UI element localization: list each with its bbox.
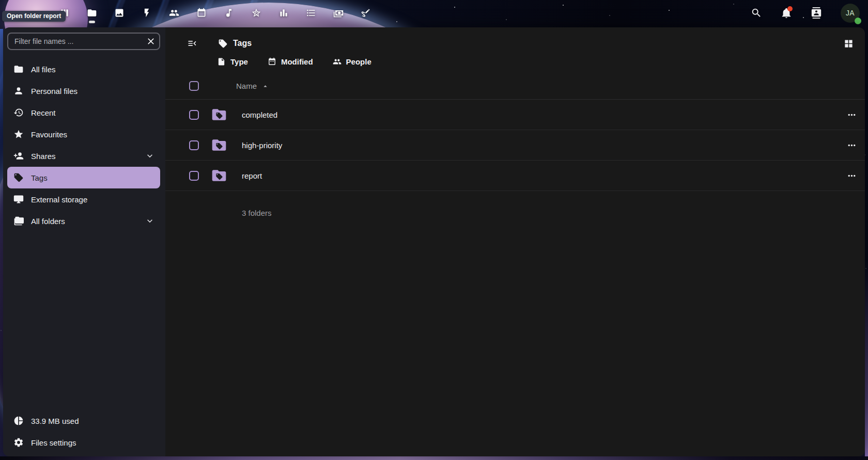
storage-pie-icon [13,416,24,426]
filter-chip-type[interactable]: Type [217,57,248,66]
tooltip: Open folder report [2,11,66,22]
sidebar-item-label: Personal files [31,87,78,96]
app-content: All files Personal files Recent Favourit… [3,27,865,456]
table-header: Name [165,72,865,100]
online-status-dot [855,18,861,24]
recent-clock-icon [13,107,24,118]
people-icon [333,57,342,66]
sidebar-item-external-storage[interactable]: External storage [7,188,160,210]
sidebar-footer: 33.9 MB used Files settings [3,410,165,454]
top-bar: C JA [0,0,868,26]
sidebar-item-shares[interactable]: Shares [7,145,160,167]
file-name-link[interactable]: completed [242,110,277,119]
app-menu: C [59,8,371,18]
select-all-checkbox[interactable] [189,81,199,91]
notification-badge [787,6,793,11]
sidebar-item-label: All files [31,65,56,74]
sidebar-navigation: All files Personal files Recent Favourit… [3,58,165,232]
tasks-icon[interactable] [306,8,316,18]
files-main: Tags Type Modified People Name [165,27,865,456]
tag-folder-icon [210,106,228,123]
sidebar-item-personal-files[interactable]: Personal files [7,80,160,102]
calendar-icon [268,57,276,66]
recognize-icon[interactable]: C [251,8,261,18]
avatar-initials: JA [846,9,855,17]
close-icon[interactable] [146,36,156,46]
filter-files-input[interactable] [7,33,160,50]
column-name-label: Name [236,82,257,90]
right-edge-glow [865,260,868,456]
sidebar-item-label: All folders [31,217,65,226]
tag-folder-icon [210,167,228,184]
sidebar-item-label: Shares [31,152,56,161]
tag-folder-icon [210,137,228,153]
file-name-link[interactable]: report [242,171,262,180]
storage-usage-label: 33.9 MB used [31,417,79,425]
analytics-icon[interactable] [278,8,289,18]
sidebar-item-recent[interactable]: Recent [7,102,160,123]
sidebar-item-label: Favourites [31,130,67,139]
photos-icon[interactable] [114,8,125,18]
share-person-icon [13,151,24,161]
page-title: Tags [233,39,252,48]
files-settings-button[interactable]: Files settings [7,432,160,453]
filter-chip-modified[interactable]: Modified [268,57,313,66]
sidebar-item-all-folders[interactable]: All folders [7,210,160,232]
person-icon [13,86,24,96]
chevron-down-icon[interactable] [145,216,155,226]
contacts-menu-icon[interactable] [811,7,822,19]
table-row[interactable]: high-priority [165,130,865,161]
row-checkbox[interactable] [189,140,199,150]
sidebar-item-all-files[interactable]: All files [7,58,160,80]
tag-icon [218,39,228,49]
breadcrumb[interactable]: Tags [218,39,252,49]
folder-count-summary: 3 folders [165,191,865,217]
top-bar-right: JA [751,4,860,23]
music-icon[interactable] [224,8,234,18]
table-row[interactable]: report [165,161,865,191]
svg-text:C: C [255,11,258,15]
contacts-icon[interactable] [169,8,179,18]
search-icon[interactable] [751,7,762,19]
row-actions-menu-icon[interactable] [842,136,861,154]
tag-icon [13,172,24,183]
sidebar-item-label: Tags [31,173,48,182]
sidebar-item-label: Recent [31,108,56,117]
sidebar-item-label: External storage [31,195,87,204]
files-sidebar: All files Personal files Recent Favourit… [3,27,165,456]
row-actions-menu-icon[interactable] [842,105,861,124]
filter-chips: Type Modified People [165,56,865,72]
filter-chip-label: Type [230,57,248,66]
folders-icon [13,216,24,226]
settings-gear-icon [13,437,24,448]
file-name-link[interactable]: high-priority [242,141,282,150]
table-row[interactable]: completed [165,100,865,130]
filter-chip-label: Modified [281,57,313,66]
files-icon[interactable] [87,8,97,18]
row-checkbox[interactable] [189,171,199,181]
chevron-down-icon[interactable] [145,151,155,161]
filter-chip-people[interactable]: People [333,57,371,66]
avatar[interactable]: JA [841,4,860,23]
row-checkbox[interactable] [189,110,199,120]
filter-chip-label: People [346,57,371,66]
sort-ascending-icon [261,82,269,90]
signature-icon[interactable] [361,8,371,18]
collapse-sidebar-icon[interactable] [183,34,202,53]
row-actions-menu-icon[interactable] [842,166,861,185]
grid-view-icon[interactable] [839,34,858,53]
file-icon [217,57,226,66]
calendar-icon[interactable] [196,8,207,18]
star-icon [13,129,24,139]
storage-usage: 33.9 MB used [7,410,160,432]
sidebar-item-favourites[interactable]: Favourites [7,123,160,145]
sidebar-item-tags[interactable]: Tags [7,167,160,188]
notifications-bell-icon[interactable] [781,7,792,19]
filter-field-wrap [7,33,160,50]
bottom-edge-glow [0,456,868,460]
money-icon[interactable] [333,8,344,18]
folder-icon [13,64,24,74]
external-storage-icon [13,194,24,204]
column-header-name[interactable]: Name [236,82,269,90]
activity-icon[interactable] [142,8,152,18]
